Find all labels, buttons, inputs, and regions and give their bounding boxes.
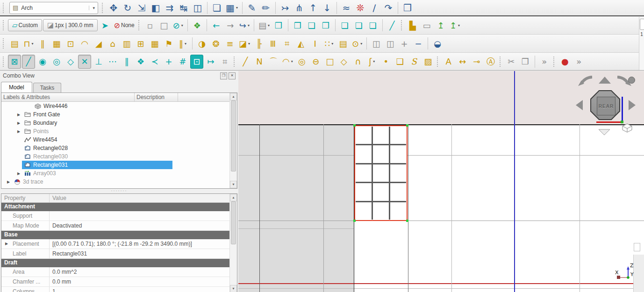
gate-cell[interactable] bbox=[356, 164, 372, 182]
arch-axis-dropdown-icon[interactable]: ▾ bbox=[185, 42, 186, 46]
arch-pipe-dropdown-icon[interactable]: ▾ bbox=[360, 42, 362, 46]
gate-cell[interactable] bbox=[356, 183, 372, 200]
box-element-selection-button[interactable]: ▫ bbox=[143, 18, 157, 32]
measure-button[interactable]: ╱ bbox=[386, 18, 399, 32]
snap-near-button[interactable]: ≺ bbox=[148, 55, 161, 69]
edge-button[interactable] bbox=[640, 19, 644, 30]
link-navigate-button[interactable]: ↪▾ bbox=[238, 18, 251, 32]
arch-multiple-structures-button[interactable]: ∥ bbox=[36, 36, 49, 50]
property-row-map-mode[interactable]: Map ModeDeactivated bbox=[1, 221, 230, 231]
arch-building-part-button[interactable]: ◠ bbox=[78, 36, 91, 50]
arch-panel-button[interactable]: ◪▾ bbox=[237, 36, 251, 50]
expand-arrow-icon[interactable]: ▶ bbox=[5, 242, 8, 246]
arch-section-plane-button[interactable]: ◑ bbox=[195, 36, 208, 50]
arch-material-dropdown-icon[interactable]: ▾ bbox=[331, 42, 333, 46]
property-value[interactable]: Rectangle031 bbox=[50, 249, 230, 258]
snap-lock-button[interactable]: ⊠ bbox=[8, 55, 21, 69]
draft-split-button[interactable]: ⋔ bbox=[293, 1, 306, 15]
link-navigate-dropdown-icon[interactable]: ▾ bbox=[248, 23, 250, 28]
annotation-styles-button[interactable]: Ⓐ bbox=[484, 55, 497, 69]
tree-item-boundary[interactable]: ▶Boundary bbox=[1, 119, 230, 127]
view-rear-button[interactable]: ❏ bbox=[338, 18, 351, 32]
autogroup-button[interactable]: ⊘None bbox=[113, 18, 136, 32]
draft-label-button[interactable]: ⊸ bbox=[470, 55, 483, 69]
arch-cut-with-plane-button[interactable]: ◫ bbox=[370, 36, 383, 50]
snap-extension-button[interactable]: ⋯ bbox=[106, 55, 119, 69]
make-link-group-button[interactable]: ↥▾ bbox=[448, 18, 461, 32]
tree-scrollbar[interactable]: ▲ ▼ bbox=[229, 93, 237, 188]
edit-copy-button[interactable]: ❐ bbox=[519, 55, 532, 69]
nav-back-button[interactable]: ← bbox=[210, 18, 223, 32]
draft-downgrade-button[interactable]: ↓ bbox=[321, 1, 334, 15]
toolbar-grip[interactable] bbox=[2, 56, 5, 67]
toggle-grid-button[interactable]: ⌗ bbox=[218, 55, 231, 69]
draft-shapestring-button[interactable]: S bbox=[408, 55, 421, 69]
arch-roof-button[interactable]: ◢ bbox=[92, 36, 105, 50]
draft-edit-button[interactable]: ✎ bbox=[245, 1, 258, 15]
property-value[interactable]: [(0.00 0.71 0.71); 180.0 °; (-21.8 m -29… bbox=[50, 239, 230, 249]
arch-survey-button[interactable]: ◒ bbox=[431, 36, 444, 50]
draft-flip-dimension-button[interactable]: ↷ bbox=[382, 1, 395, 15]
dimetric-view-cube-icon[interactable] bbox=[622, 123, 633, 133]
float-panel-icon[interactable]: ❐ bbox=[220, 72, 227, 79]
nav-sphere-icon[interactable] bbox=[628, 77, 635, 84]
arch-curtain-wall-button[interactable]: ▦ bbox=[50, 36, 63, 50]
navigation-cube[interactable]: REAR bbox=[590, 90, 620, 120]
tree-item-rectangle028[interactable]: Rectangle028 bbox=[1, 144, 230, 152]
draft-upgrade-button[interactable]: ↑ bbox=[307, 1, 320, 15]
arch-pipe-button[interactable]: ⊙▾ bbox=[351, 36, 364, 50]
draw-style-button[interactable]: ▤▾ bbox=[257, 18, 271, 32]
snap-angle-button[interactable]: ◇ bbox=[64, 55, 77, 69]
draft-line-button[interactable]: ╱ bbox=[239, 55, 252, 69]
nav-forward-button[interactable]: → bbox=[224, 18, 237, 32]
property-value[interactable]: 1 bbox=[50, 287, 230, 292]
draft-mirror-button[interactable]: ◧ bbox=[149, 1, 162, 15]
view-right-button[interactable]: ❒ bbox=[319, 18, 332, 32]
gate-cell[interactable] bbox=[373, 127, 389, 144]
draft-subelement-highlight-button[interactable]: ✏ bbox=[259, 1, 272, 15]
draft-heal-button[interactable]: ❊ bbox=[354, 1, 367, 15]
draft-dimension-button[interactable]: ↔ bbox=[456, 55, 469, 69]
gate-cell[interactable] bbox=[356, 145, 372, 163]
close-panel-icon[interactable]: ✕ bbox=[229, 72, 236, 79]
tab-tasks[interactable]: Tasks bbox=[33, 83, 62, 93]
workbench-selector[interactable]: ▤ Arch ▾ bbox=[9, 2, 98, 14]
rotate-left-arrow-icon[interactable] bbox=[578, 75, 594, 87]
draft-join-button[interactable]: ↣ bbox=[279, 1, 292, 15]
gate-cell[interactable] bbox=[390, 164, 406, 182]
property-value[interactable]: 0.0 mm bbox=[50, 277, 230, 286]
snap-midpoint-button[interactable]: ◉ bbox=[36, 55, 49, 69]
toolbar-grip[interactable] bbox=[436, 56, 439, 67]
view-top-button[interactable]: ❑ bbox=[305, 18, 318, 32]
expand-arrow-icon[interactable]: ▶ bbox=[15, 121, 22, 125]
tree-item-wire4454[interactable]: Wire4454 bbox=[1, 135, 230, 144]
snap-intersection-button[interactable]: ✕ bbox=[78, 55, 91, 69]
draft-stretch-button[interactable]: ◫ bbox=[191, 1, 204, 15]
snap-parallel-button[interactable]: ∥ bbox=[120, 55, 133, 69]
scroll-up-icon[interactable]: ▲ bbox=[230, 194, 237, 201]
expand-arrow-icon[interactable]: ▶ bbox=[5, 180, 12, 184]
gate-cell[interactable] bbox=[356, 127, 372, 144]
arch-frame-button[interactable]: ╟ bbox=[252, 36, 265, 50]
toolbar-grip[interactable] bbox=[2, 2, 5, 14]
property-row-label[interactable]: LabelRectangle031 bbox=[1, 249, 230, 259]
draft-array-dropdown-icon[interactable]: ▾ bbox=[236, 6, 238, 10]
arch-remove-component-button[interactable]: − bbox=[412, 36, 425, 50]
panel-splitter[interactable]: ······· bbox=[0, 189, 238, 193]
draft-rectangle-button[interactable]: □ bbox=[323, 55, 336, 69]
toolbar-grip[interactable] bbox=[553, 56, 555, 67]
snap-dimensions-button[interactable]: ↦ bbox=[204, 55, 217, 69]
gate-cell[interactable] bbox=[390, 145, 406, 163]
property-row-area[interactable]: Area0.0 mm^2 bbox=[1, 267, 230, 277]
tree-item-rectangle030[interactable]: Rectangle030 bbox=[1, 152, 230, 161]
arch-axis-button[interactable]: ‖▾ bbox=[176, 36, 189, 50]
arch-building-button[interactable]: ⌂ bbox=[106, 36, 119, 50]
toolbar-grip[interactable] bbox=[138, 20, 140, 31]
tree-item-rectangle031[interactable]: Rectangle031 bbox=[1, 161, 230, 169]
snap-center-button[interactable]: ◎ bbox=[50, 55, 63, 69]
gate-cell[interactable] bbox=[373, 145, 389, 163]
tree-item-points[interactable]: ▶Points bbox=[1, 127, 230, 135]
nav-down-arrow[interactable] bbox=[598, 129, 610, 135]
arch-wall-button[interactable]: ▤ bbox=[8, 36, 21, 50]
select-group-button[interactable]: ❖ bbox=[191, 18, 204, 32]
